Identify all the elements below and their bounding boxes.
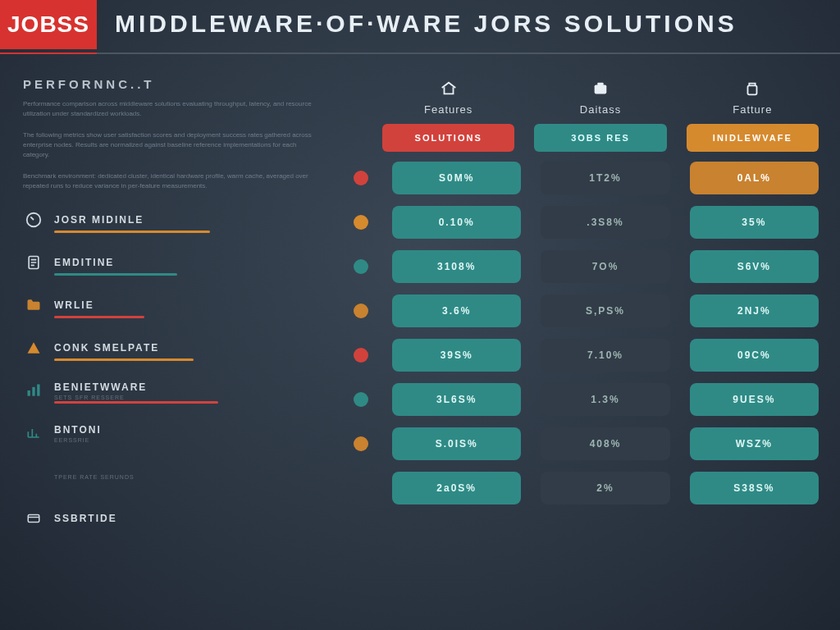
row-lead xyxy=(349,392,372,407)
svg-rect-7 xyxy=(597,83,603,86)
row-dot-icon xyxy=(354,171,368,185)
table-row: 39S%7.10%09C% xyxy=(349,339,819,372)
svg-rect-5 xyxy=(28,515,39,523)
left-subhead: PERFORNNC..T xyxy=(23,77,335,91)
feature-sub: SETS SFR RESSERE xyxy=(54,395,147,400)
cell: S38S% xyxy=(690,472,819,504)
row-dot-icon xyxy=(354,436,368,451)
gauge-icon xyxy=(23,209,44,231)
row-lead xyxy=(349,436,372,451)
column-heads: Features Daitass Fatture xyxy=(349,77,819,116)
table-row: S.0IS%408%WSZ% xyxy=(349,427,819,460)
feature-bar xyxy=(54,273,177,276)
feature-row: BNTONIEERSSRIE xyxy=(23,422,335,444)
feature-label: BNTONI xyxy=(54,424,102,436)
cell: 0AL% xyxy=(690,162,819,194)
cell: S.0IS% xyxy=(392,427,521,460)
feature-row: BENIETWWARESETS SFR RESSERE xyxy=(23,380,335,401)
cell: WSZ% xyxy=(690,427,819,460)
row-dot-icon xyxy=(354,392,368,407)
logo-badge: JOBSS xyxy=(0,0,97,49)
row-dot-icon xyxy=(354,215,368,230)
category-row: SOLUTIONS 3OBS RES INIDLEWVAFE xyxy=(349,124,819,152)
cell: 3L6S% xyxy=(392,383,521,416)
cell: 09C% xyxy=(690,339,819,372)
cell: S0M% xyxy=(392,162,521,194)
comparison-table: Features Daitass Fatture SOLUTIONS 3OBS … xyxy=(349,77,819,550)
cell: 0.10% xyxy=(392,206,521,239)
box-icon xyxy=(534,77,666,100)
page-title: MIDDLEWARE·OF·WARE JORS SOLUTIONS xyxy=(97,0,840,38)
colhead-1-label: Features xyxy=(382,103,514,116)
cell: S,PS% xyxy=(541,294,669,327)
cell: 7.10% xyxy=(541,339,669,372)
table-row: 3108%7O%S6V% xyxy=(349,250,819,283)
feature-row: EMDITINE xyxy=(23,252,335,273)
table-row: S0M%1T2%0AL% xyxy=(349,162,819,194)
feature-label: CONK SMELPATE xyxy=(54,342,159,354)
left-para-2: The following metrics show user satisfac… xyxy=(23,130,318,160)
svg-rect-6 xyxy=(595,84,607,94)
blank-icon xyxy=(23,465,44,486)
row-lead xyxy=(349,259,372,274)
colhead-3: Fatture xyxy=(687,77,819,116)
feature-label: JOSR MIDINLE xyxy=(54,214,144,226)
cell: S6V% xyxy=(690,250,819,283)
cell: 9UES% xyxy=(690,383,819,416)
cell: 408% xyxy=(541,427,669,460)
svg-rect-8 xyxy=(748,85,757,94)
feature-list: JOSR MIDINLEEMDITINEWRLIECONK SMELPATEBE… xyxy=(23,209,335,529)
row-dot-icon xyxy=(354,348,368,363)
row-lead xyxy=(349,215,372,230)
colhead-3-label: Fatture xyxy=(687,103,819,116)
table-row: 3.6%S,PS%2NJ% xyxy=(349,294,819,327)
feature-bar xyxy=(54,401,218,404)
feature-row: CONK SMELPATE xyxy=(23,337,335,358)
row-dot-icon xyxy=(354,259,368,274)
roof-icon xyxy=(382,77,514,100)
cat-3: INIDLEWVAFE xyxy=(687,124,819,152)
colhead-2-label: Daitass xyxy=(534,103,666,116)
feature-bar xyxy=(54,316,144,318)
cell: 2NJ% xyxy=(690,294,819,327)
header-rule xyxy=(0,52,840,54)
card-icon xyxy=(23,508,44,529)
cell: 3.6% xyxy=(392,294,521,327)
colhead-2: Daitass xyxy=(534,77,666,116)
left-para-3: Benchmark environment: dedicated cluster… xyxy=(23,171,318,191)
feature-bar xyxy=(54,231,210,233)
feature-sub: EERSSRIE xyxy=(54,437,102,443)
feature-row: JOSR MIDINLE xyxy=(23,209,335,231)
feature-label: BENIETWWARE xyxy=(54,381,147,393)
row-lead xyxy=(349,348,372,363)
cell: 7O% xyxy=(541,250,669,283)
doc-icon xyxy=(23,252,44,273)
table-row: 0.10%.3S8%35% xyxy=(349,206,819,239)
left-panel: PERFORNNC..T Performance comparison acro… xyxy=(23,77,335,550)
colhead-1: Features xyxy=(382,77,514,116)
jar-icon xyxy=(687,77,819,100)
svg-rect-3 xyxy=(32,387,34,396)
row-dot-icon xyxy=(354,304,368,318)
cell: 1.3% xyxy=(541,383,669,416)
table-row: 2a0S%2%S38S% xyxy=(349,472,819,504)
left-para-1: Performance comparison across middleware… xyxy=(23,99,318,119)
bars-icon xyxy=(23,380,44,401)
feature-label: SSBRTIDE xyxy=(54,513,117,524)
folder-icon xyxy=(23,294,44,316)
cell: 35% xyxy=(690,206,819,239)
barsup-icon xyxy=(23,422,44,444)
table-row: 3L6S%1.3%9UES% xyxy=(349,383,819,416)
cat-1: SOLUTIONS xyxy=(382,124,514,152)
cell: 39S% xyxy=(392,339,521,372)
cell: 3108% xyxy=(392,250,521,283)
feature-row: TPERE RATE SERUNDS xyxy=(23,465,335,486)
feature-bar xyxy=(54,358,194,361)
feature-label: WRLIE xyxy=(54,299,94,311)
cat-2: 3OBS RES xyxy=(534,124,666,152)
feature-row: SSBRTIDE xyxy=(23,508,335,529)
feature-label: EMDITINE xyxy=(54,257,114,268)
row-lead xyxy=(349,171,372,185)
cell: .3S8% xyxy=(541,206,669,239)
feature-row: WRLIE xyxy=(23,294,335,316)
